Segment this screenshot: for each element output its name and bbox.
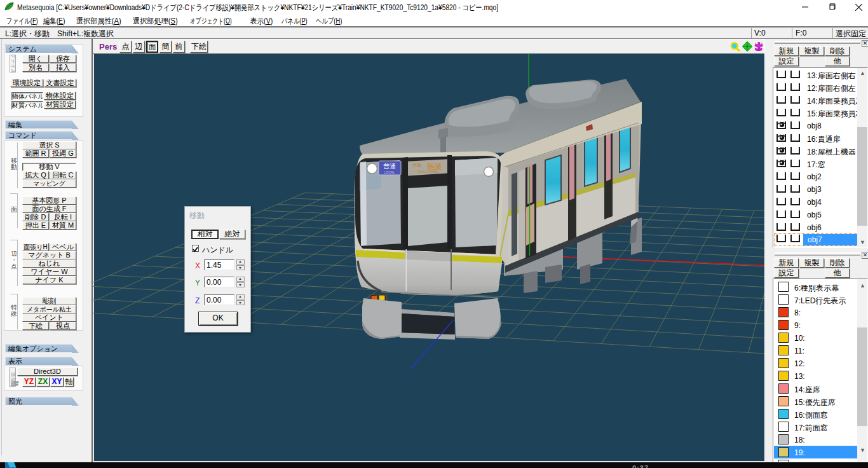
svg-text:OSAKA NAMBA: OSAKA NAMBA xyxy=(417,170,438,174)
svg-text:普通: 普通 xyxy=(383,163,396,170)
svg-text:大阪: 大阪 xyxy=(412,162,423,168)
svg-text:LOCAL: LOCAL xyxy=(384,170,395,174)
